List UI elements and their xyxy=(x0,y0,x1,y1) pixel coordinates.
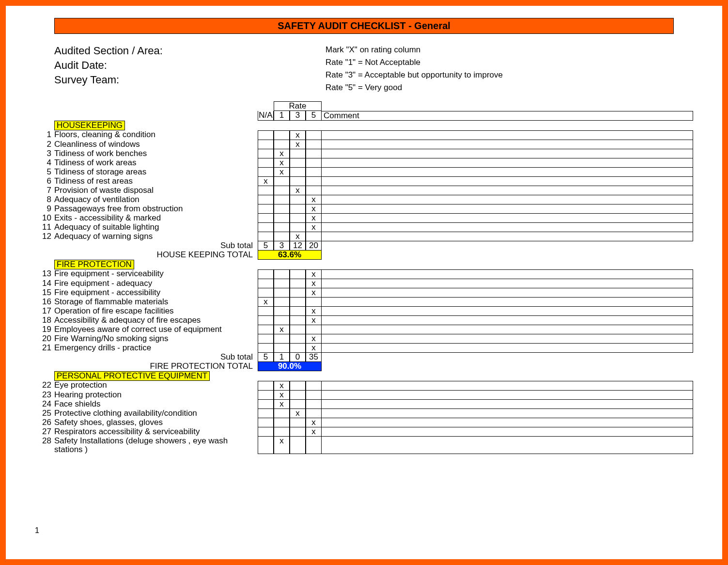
rating-cell[interactable] xyxy=(290,269,306,279)
rating-cell[interactable] xyxy=(274,186,290,195)
rating-cell[interactable] xyxy=(258,288,274,298)
comment-cell[interactable] xyxy=(322,409,693,418)
rating-cell[interactable] xyxy=(290,168,306,177)
rating-cell[interactable] xyxy=(274,223,290,232)
rating-cell[interactable] xyxy=(258,334,274,344)
rating-cell[interactable]: x xyxy=(274,391,290,400)
rating-cell[interactable] xyxy=(274,344,290,353)
rating-cell[interactable] xyxy=(290,177,306,186)
rating-cell[interactable] xyxy=(258,149,274,158)
rating-cell[interactable] xyxy=(290,288,306,298)
rating-cell[interactable] xyxy=(258,140,274,149)
rating-cell[interactable]: x xyxy=(306,269,322,279)
comment-cell[interactable] xyxy=(322,344,693,353)
rating-cell[interactable]: x xyxy=(306,288,322,298)
comment-cell[interactable] xyxy=(322,140,693,149)
rating-cell[interactable]: x xyxy=(306,223,322,232)
rating-cell[interactable]: x xyxy=(306,204,322,214)
rating-cell[interactable]: x xyxy=(274,400,290,409)
rating-cell[interactable] xyxy=(306,168,322,177)
rating-cell[interactable] xyxy=(258,307,274,316)
rating-cell[interactable] xyxy=(290,427,306,437)
rating-cell[interactable] xyxy=(274,140,290,149)
rating-cell[interactable] xyxy=(258,195,274,204)
rating-cell[interactable] xyxy=(306,437,322,454)
rating-cell[interactable]: x xyxy=(290,409,306,418)
rating-cell[interactable]: x xyxy=(258,177,274,186)
comment-cell[interactable] xyxy=(322,279,693,288)
comment-cell[interactable] xyxy=(322,186,693,195)
rating-cell[interactable] xyxy=(290,204,306,214)
rating-cell[interactable] xyxy=(258,168,274,177)
rating-cell[interactable] xyxy=(306,409,322,418)
rating-cell[interactable]: x xyxy=(274,437,290,454)
rating-cell[interactable] xyxy=(258,391,274,400)
rating-cell[interactable] xyxy=(258,214,274,223)
rating-cell[interactable] xyxy=(258,158,274,168)
rating-cell[interactable] xyxy=(306,298,322,307)
comment-cell[interactable] xyxy=(322,223,693,232)
rating-cell[interactable]: x xyxy=(306,316,322,325)
rating-cell[interactable] xyxy=(258,427,274,437)
rating-cell[interactable] xyxy=(274,177,290,186)
rating-cell[interactable] xyxy=(258,409,274,418)
rating-cell[interactable] xyxy=(274,279,290,288)
rating-cell[interactable] xyxy=(290,344,306,353)
rating-cell[interactable]: x xyxy=(290,186,306,195)
rating-cell[interactable] xyxy=(258,232,274,241)
rating-cell[interactable] xyxy=(306,381,322,391)
rating-cell[interactable] xyxy=(274,195,290,204)
rating-cell[interactable] xyxy=(258,186,274,195)
rating-cell[interactable]: x xyxy=(306,344,322,353)
comment-cell[interactable] xyxy=(322,307,693,316)
comment-cell[interactable] xyxy=(322,316,693,325)
rating-cell[interactable] xyxy=(306,186,322,195)
rating-cell[interactable] xyxy=(258,381,274,391)
comment-cell[interactable] xyxy=(322,269,693,279)
rating-cell[interactable] xyxy=(258,325,274,334)
rating-cell[interactable] xyxy=(274,334,290,344)
comment-cell[interactable] xyxy=(322,149,693,158)
comment-cell[interactable] xyxy=(322,195,693,204)
rating-cell[interactable] xyxy=(290,149,306,158)
comment-cell[interactable] xyxy=(322,168,693,177)
rating-cell[interactable] xyxy=(258,316,274,325)
comment-cell[interactable] xyxy=(322,381,693,391)
comment-cell[interactable] xyxy=(322,177,693,186)
rating-cell[interactable] xyxy=(306,149,322,158)
rating-cell[interactable] xyxy=(258,269,274,279)
rating-cell[interactable] xyxy=(274,298,290,307)
rating-cell[interactable]: x xyxy=(306,195,322,204)
comment-cell[interactable] xyxy=(322,204,693,214)
rating-cell[interactable] xyxy=(274,307,290,316)
rating-cell[interactable]: x xyxy=(306,418,322,427)
rating-cell[interactable]: x xyxy=(290,140,306,149)
rating-cell[interactable] xyxy=(290,223,306,232)
comment-cell[interactable] xyxy=(322,298,693,307)
rating-cell[interactable]: x xyxy=(274,325,290,334)
rating-cell[interactable] xyxy=(290,279,306,288)
rating-cell[interactable] xyxy=(290,298,306,307)
rating-cell[interactable] xyxy=(274,288,290,298)
rating-cell[interactable] xyxy=(306,391,322,400)
rating-cell[interactable] xyxy=(274,427,290,437)
rating-cell[interactable]: x xyxy=(306,214,322,223)
comment-cell[interactable] xyxy=(322,325,693,334)
rating-cell[interactable]: x xyxy=(306,279,322,288)
rating-cell[interactable] xyxy=(306,158,322,168)
rating-cell[interactable] xyxy=(306,130,322,140)
rating-cell[interactable]: x xyxy=(274,158,290,168)
rating-cell[interactable]: x xyxy=(306,307,322,316)
rating-cell[interactable]: x xyxy=(306,334,322,344)
rating-cell[interactable] xyxy=(290,381,306,391)
rating-cell[interactable]: x xyxy=(274,168,290,177)
comment-cell[interactable] xyxy=(322,400,693,409)
rating-cell[interactable]: x xyxy=(258,298,274,307)
rating-cell[interactable] xyxy=(306,400,322,409)
rating-cell[interactable] xyxy=(290,214,306,223)
rating-cell[interactable] xyxy=(274,418,290,427)
comment-cell[interactable] xyxy=(322,391,693,400)
rating-cell[interactable] xyxy=(306,140,322,149)
rating-cell[interactable] xyxy=(290,307,306,316)
rating-cell[interactable] xyxy=(258,279,274,288)
